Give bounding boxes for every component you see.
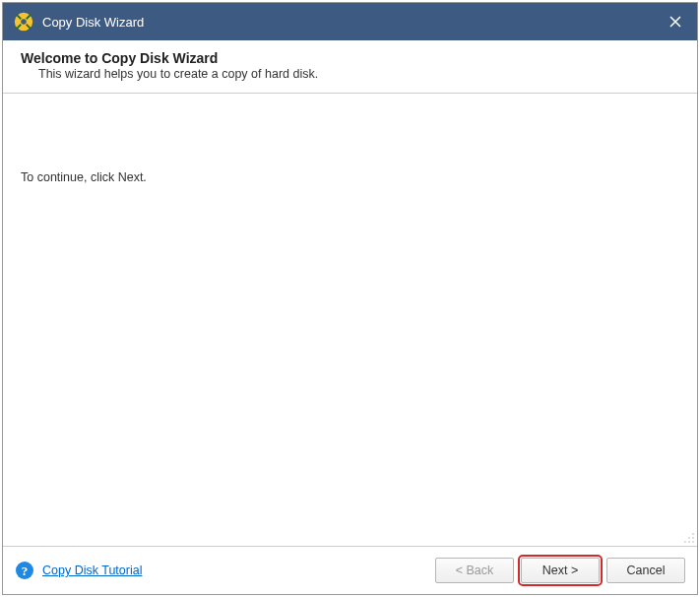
titlebar: Copy Disk Wizard (3, 3, 697, 40)
wizard-header: Welcome to Copy Disk Wizard This wizard … (3, 40, 697, 94)
wizard-body: To continue, click Next. (3, 94, 697, 546)
body-instruction: To continue, click Next. (21, 170, 147, 184)
close-icon (669, 16, 681, 28)
svg-point-3 (688, 537, 690, 539)
help-icon: ? (15, 561, 34, 580)
svg-text:?: ? (22, 564, 29, 578)
svg-point-4 (692, 537, 694, 539)
close-button[interactable] (653, 3, 697, 40)
svg-point-7 (692, 541, 694, 543)
next-button[interactable]: Next > (521, 558, 600, 583)
wizard-footer: ? Copy Disk Tutorial < Back Next > Cance… (3, 546, 697, 594)
svg-point-2 (692, 533, 694, 535)
window-title: Copy Disk Wizard (42, 15, 653, 30)
resize-grip-icon (683, 532, 695, 544)
svg-point-5 (684, 541, 686, 543)
back-button[interactable]: < Back (435, 558, 514, 583)
svg-point-6 (688, 541, 690, 543)
tutorial-link[interactable]: Copy Disk Tutorial (42, 564, 142, 577)
header-heading: Welcome to Copy Disk Wizard (21, 50, 679, 66)
cancel-button[interactable]: Cancel (606, 558, 685, 583)
header-subtext: This wizard helps you to create a copy o… (38, 67, 679, 81)
svg-point-1 (21, 19, 27, 25)
app-icon (13, 11, 34, 33)
wizard-window: Copy Disk Wizard Welcome to Copy Disk Wi… (2, 2, 698, 595)
